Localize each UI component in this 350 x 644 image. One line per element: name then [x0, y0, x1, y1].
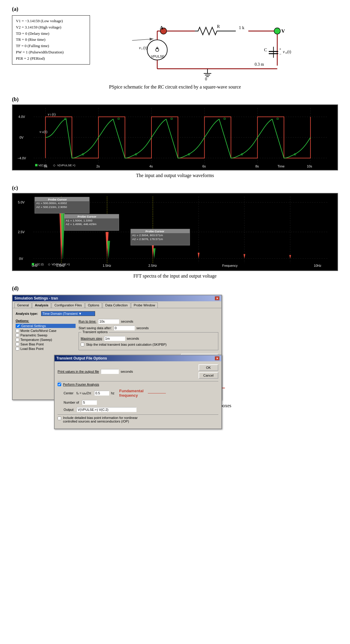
- ok-button[interactable]: OK: [199, 364, 218, 371]
- option-save-bias-label: Save Bias Point: [20, 342, 44, 346]
- svg-text:A1 =    1.5004,    1.3393: A1 = 1.5004, 1.3393: [66, 219, 92, 222]
- sub-dialog-title: Transient Output File Options: [56, 356, 107, 360]
- number-of-row: Number of: [58, 400, 218, 405]
- svg-text:4.0V: 4.0V: [18, 115, 25, 119]
- svg-text:o: o: [286, 51, 287, 54]
- schematic-container: V1 = −3.14159 (Low voltage) V2 = 3.14159…: [12, 15, 338, 81]
- svg-text:2.5V: 2.5V: [18, 230, 25, 234]
- svg-text:6s: 6s: [202, 164, 206, 168]
- option-monte-carlo[interactable]: Monte Carlo/Worst Case: [16, 329, 76, 333]
- svg-text:o: o: [42, 130, 43, 134]
- start-saving-row: Start saving data after: seconds: [79, 326, 218, 330]
- sim-window-title: Simulation Settings - tran: [14, 296, 58, 300]
- number-label: Number of: [64, 401, 79, 404]
- run-to-time-row: Run to time: seconds: [79, 319, 218, 324]
- analysis-type-select[interactable]: Time Domain (Transient ▼: [41, 311, 95, 316]
- tab-probe-window[interactable]: Probe Window: [131, 302, 158, 308]
- fundamental-line: [148, 393, 166, 393]
- svg-text:A2 =    2.5076,  178.571m: A2 = 2.5076, 178.571m: [132, 237, 163, 241]
- svg-text:V(VPULSE:+): V(VPULSE:+): [57, 164, 75, 167]
- svg-text:10Hz: 10Hz: [314, 264, 322, 267]
- separator-2: [58, 414, 218, 415]
- svg-text:−: −: [279, 52, 281, 56]
- svg-text:0V: 0V: [19, 257, 23, 260]
- svg-text:+: +: [279, 47, 281, 51]
- sub-dialog-close-button[interactable]: ✕: [215, 356, 220, 360]
- svg-text:A2 =  500.210m,   2.9050: A2 = 500.210m, 2.9050: [36, 205, 67, 209]
- param-td: TD = 0 (Delary time): [16, 31, 86, 37]
- svg-text:i: i: [142, 47, 142, 50]
- svg-text:A1 =    2.5004,  803.571m: A1 = 2.5004, 803.571m: [132, 233, 163, 237]
- svg-rect-123: [32, 263, 34, 265]
- cancel-button[interactable]: Cancel: [199, 372, 218, 379]
- separator-1: [58, 381, 218, 381]
- sim-options-panel: Options: General Settings Monte Carlo/Wo…: [16, 319, 76, 360]
- analysis-type-row: Analysis type: Time Domain (Transient ▼: [16, 311, 218, 316]
- fourier-label: Perform Fourier Analysis: [63, 383, 99, 386]
- sim-main-content: Options: General Settings Monte Carlo/Wo…: [16, 319, 218, 360]
- svg-text:Probe Cursor: Probe Cursor: [48, 198, 67, 201]
- option-general-settings-checkbox[interactable]: [16, 324, 20, 328]
- output-input[interactable]: [76, 407, 136, 412]
- skip-row: Skip the initial transient bias point ca…: [81, 343, 216, 346]
- svg-text:Probe Cursor: Probe Cursor: [78, 215, 97, 218]
- print-values-input[interactable]: [101, 369, 119, 374]
- option-monte-carlo-checkbox[interactable]: [16, 329, 19, 333]
- svg-text:v: v: [40, 130, 41, 134]
- option-load-bias-checkbox[interactable]: [16, 347, 19, 351]
- svg-text:0.3 m: 0.3 m: [255, 62, 264, 67]
- option-temperature-sweep[interactable]: Temperature (Sweep): [16, 338, 76, 342]
- svg-text:1.5Hz: 1.5Hz: [103, 264, 111, 267]
- fft-svg: 5.0V 2.5V 0V 0Hz 0.5Hz 1.5Hz 2.5Hz Frequ…: [13, 194, 337, 270]
- center-unit: hz: [111, 391, 115, 395]
- print-values-label: Print values in the output file: [58, 370, 99, 373]
- run-to-time-input[interactable]: [98, 319, 119, 324]
- svg-text:(t): (t): [143, 46, 147, 50]
- skip-checkbox[interactable]: [81, 343, 84, 346]
- option-load-bias[interactable]: Load Bias Point: [16, 347, 76, 351]
- svg-text:5.0V: 5.0V: [18, 200, 25, 204]
- option-save-bias-checkbox[interactable]: [16, 342, 19, 346]
- svg-text:V(C:2): V(C:2): [35, 263, 43, 266]
- option-parametric-sweep[interactable]: Parametric Sweep: [16, 333, 76, 337]
- include-checkbox[interactable]: [58, 417, 61, 420]
- tab-general[interactable]: General: [14, 302, 31, 308]
- sim-close-button[interactable]: ✕: [215, 296, 220, 300]
- max-step-input[interactable]: [104, 336, 125, 341]
- run-to-time-unit: seconds: [121, 320, 133, 323]
- number-input[interactable]: [82, 400, 97, 405]
- svg-rect-73: [35, 164, 37, 166]
- svg-text:2s: 2s: [96, 164, 100, 168]
- max-step-unit: seconds: [127, 337, 139, 340]
- analysis-type-label: Analysis type:: [16, 312, 38, 315]
- center-input[interactable]: [94, 391, 109, 396]
- option-parametric-sweep-checkbox[interactable]: [16, 333, 19, 337]
- svg-text:v: v: [283, 50, 285, 54]
- start-saving-label: Start saving data after:: [79, 326, 112, 330]
- fourier-checkbox[interactable]: [58, 383, 61, 386]
- svg-text:(t): (t): [52, 112, 55, 116]
- start-saving-input[interactable]: [114, 326, 135, 330]
- tab-config-files[interactable]: Configuration Files: [52, 302, 85, 308]
- svg-line-36: [132, 39, 153, 41]
- option-save-bias[interactable]: Save Bias Point: [16, 342, 76, 346]
- svg-point-4: [274, 28, 280, 34]
- section-c-label: (c): [12, 185, 338, 191]
- transient-options-group: Transient options Maximum step seconds S…: [79, 332, 218, 350]
- svg-text:A1 =  500.000m,   4.0002: A1 = 500.000m, 4.0002: [36, 201, 67, 205]
- section-a-caption: PSpice schematic for the RC circuit exci…: [12, 84, 338, 90]
- svg-text:2.5Hz: 2.5Hz: [148, 264, 157, 267]
- option-general-settings[interactable]: General Settings: [16, 324, 76, 328]
- center-formula: f₀ = ω₀/2π: [76, 391, 91, 395]
- tab-analysis[interactable]: Analysis: [32, 302, 51, 308]
- print-values-row: Print values in the output file seconds …: [58, 364, 218, 379]
- sim-settings-panel: Run to time: seconds Start saving data a…: [79, 319, 218, 360]
- option-temperature-sweep-checkbox[interactable]: [16, 338, 19, 342]
- svg-text:A2 =    1.4996,  446.429m: A2 = 1.4996, 446.429m: [66, 222, 96, 226]
- svg-text:◇: ◇: [53, 164, 55, 167]
- tab-data-collection[interactable]: Data Collection: [103, 302, 130, 308]
- svg-text:Time: Time: [277, 164, 285, 168]
- tab-options[interactable]: Options: [85, 302, 102, 308]
- param-tr: TR = 0 (Rise time): [16, 37, 86, 43]
- svg-text:4s: 4s: [149, 164, 153, 168]
